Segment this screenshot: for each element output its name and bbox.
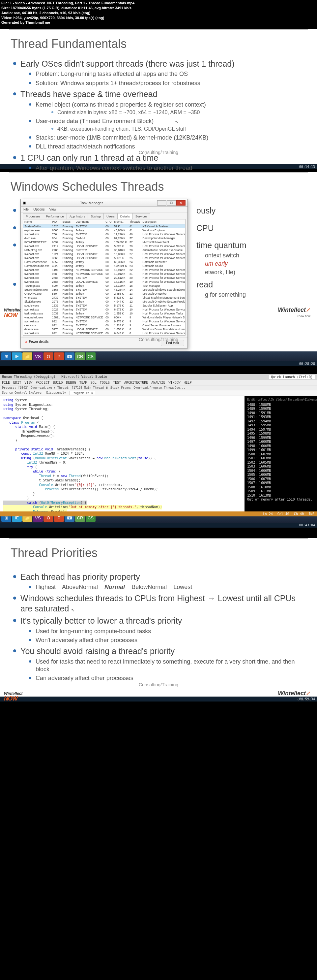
table-row[interactable]: CamtasiaStudio.exe4020RunningJeffrey0017…: [23, 264, 185, 268]
table-row[interactable]: SkyDrive.exe2976RunningJeffrey004,944 K1…: [23, 300, 185, 304]
taskbar-app-icon[interactable]: P: [54, 352, 64, 360]
tm-close-button[interactable]: ✕: [176, 200, 185, 205]
table-row[interactable]: svchost.exe992RunningNETWORK SERVICE006,…: [23, 331, 185, 335]
tm-grid-container[interactable]: NamePIDStatusUser nameCPUMemo...ThreadsD…: [23, 219, 185, 336]
table-row[interactable]: svchost.exe988RunningNETWORK SERVICE0010…: [23, 272, 185, 276]
taskbar-app-icon[interactable]: CS: [86, 352, 95, 360]
vs-menu-item[interactable]: SQL: [90, 381, 97, 384]
vs-menu-item[interactable]: DEBUG: [66, 381, 76, 384]
tm-minimize-button[interactable]: —: [157, 200, 166, 205]
tm-tab-apphistory[interactable]: App history: [67, 213, 88, 219]
tm-tab-startup[interactable]: Startup: [88, 213, 104, 219]
vs-document-tabs[interactable]: Source Control Explorer Disassembly Prog…: [0, 390, 317, 396]
tm-tab-details[interactable]: Details: [117, 213, 133, 219]
vs-tab-disasm[interactable]: Disassembly: [46, 391, 66, 395]
vs-console-output[interactable]: E:\Wintellect\CW Videos\Threading\01cHum…: [244, 396, 317, 511]
table-row[interactable]: vmms.exe2432RunningSYSTEM005,516 K12Virt…: [23, 296, 185, 300]
table-row[interactable]: svchost.exe1224RunningLOCAL SERVICE0013,…: [23, 252, 185, 256]
vs-menu-item[interactable]: TEST: [113, 381, 121, 384]
table-row[interactable]: svchost.exe2028RunningSYSTEM006,972 K10H…: [23, 307, 185, 312]
taskbar-app-icon[interactable]: VS: [33, 352, 43, 360]
table-row[interactable]: OneDrive.exe560RunningJeffrey002,456 K13…: [23, 292, 185, 296]
table-row[interactable]: svchost.exe756RunningSYSTEM0017,296 K40H…: [23, 232, 185, 236]
tm-tab-services[interactable]: Services: [133, 213, 150, 219]
visual-studio-window[interactable]: Human Threading (Debugging) - Microsoft …: [0, 374, 317, 513]
tm-maximize-button[interactable]: ☐: [167, 200, 176, 205]
table-row[interactable]: Taskmgr.exe6904RunningJeffrey0015,120 K1…: [23, 284, 185, 288]
tm-cell: Microsoft OneDrive System Provider Host: [141, 300, 185, 304]
windows-taskbar[interactable]: ⊞IE📁VSOP📧CRCS: [0, 352, 317, 361]
tm-column-header[interactable]: Status: [61, 220, 74, 224]
vs-status-item: Ln 24: [263, 512, 273, 516]
tm-menu-options[interactable]: Options: [33, 208, 44, 211]
tm-column-header[interactable]: Memo...: [113, 220, 128, 224]
tm-cell: 6668: [51, 228, 61, 232]
tm-tabs[interactable]: Processes Performance App history Startu…: [21, 213, 187, 219]
tm-column-header[interactable]: Threads: [128, 220, 141, 224]
vs-menu-item[interactable]: TEAM: [79, 381, 87, 384]
table-row[interactable]: taskhostex.exe2032RunningJeffrey001,552 …: [23, 312, 185, 315]
taskbar-app-icon[interactable]: 📁: [22, 352, 32, 360]
vs-menu-item[interactable]: ARCHITECTURE: [124, 381, 148, 384]
vs-menu-bar[interactable]: FILEEDITVIEWPROJECTBUILDDEBUGTEAMSQLTOOL…: [0, 380, 317, 385]
taskbar-app-icon[interactable]: ⊞: [1, 352, 11, 360]
vs-menu-item[interactable]: VIEW: [24, 381, 32, 384]
vs-menu-item[interactable]: WINDOW: [168, 381, 180, 384]
tm-cell: 6,972 K: [113, 307, 128, 312]
slide-windows-schedules-threads: Windows Schedules Threads pad pad pad pa…: [0, 172, 317, 352]
vs-menu-item[interactable]: HELP: [184, 381, 192, 384]
tm-tab-users[interactable]: Users: [103, 213, 117, 219]
vs-tab-sce[interactable]: Source Control Explorer: [2, 391, 43, 395]
table-row[interactable]: wmpnetwk.exe15821RunningNETWORK SERVICE0…: [23, 315, 185, 320]
tm-menu-bar[interactable]: File Options View: [21, 207, 187, 213]
tm-column-header[interactable]: Name: [23, 220, 51, 224]
table-row[interactable]: dwm.exe884RunningDWM-10087,280 K37Deskto…: [23, 236, 185, 240]
table-row[interactable]: spoolsv.exe1632RunningSYSTEM005,176 K11S…: [23, 304, 185, 307]
table-row[interactable]: svchost.exe2412RunningLOCAL SERVICE005,8…: [23, 244, 185, 248]
tm-tab-performance[interactable]: Performance: [43, 213, 67, 219]
vs-menu-item[interactable]: TOOLS: [100, 381, 110, 384]
tm-column-header[interactable]: PID: [51, 220, 61, 224]
table-row[interactable]: svchost.exe1196RunningNETWORK SERVICE001…: [23, 268, 185, 272]
table-row[interactable]: MsMpEng.exe2788RunningSYSTEM0038,840 K28…: [23, 248, 185, 252]
tm-titlebar[interactable]: ▣ Task Manager — ☐ ✕: [21, 199, 187, 207]
tm-tab-processes[interactable]: Processes: [23, 213, 43, 219]
task-manager-window[interactable]: ▣ Task Manager — ☐ ✕ File Options View P…: [21, 199, 188, 348]
table-row[interactable]: devenv.exe5170RunningLOCAL SERVICE001,65…: [23, 327, 185, 331]
taskbar-app-icon[interactable]: 📧: [65, 352, 74, 360]
vs-menu-item[interactable]: PROJECT: [36, 381, 49, 384]
tm-cell: 22: [128, 268, 141, 272]
table-row[interactable]: explorer.exe6668RunningJeffrey0045,800 K…: [23, 228, 185, 232]
tm-menu-view[interactable]: View: [49, 208, 57, 211]
table-row[interactable]: SystemSettin...1520RunningSYSTEM0052 K41…: [23, 224, 185, 229]
taskbar-app-icon[interactable]: CR: [75, 352, 85, 360]
table-row[interactable]: svchost.exe2388RunningLOCAL SERVICE0017,…: [23, 280, 185, 284]
tm-cell: Running: [61, 331, 74, 335]
table-row[interactable]: POWERPNT.EXE6332RunningJeffrey00155,096 …: [23, 240, 185, 244]
vs-code-editor[interactable]: using System; using System.Diagnostics; …: [0, 396, 244, 511]
table-row[interactable]: svchost.exe992RunningSYSTEM009,476 K9Hos…: [23, 320, 185, 323]
tm-cell: 3368: [51, 288, 61, 292]
tm-process-table[interactable]: NamePIDStatusUser nameCPUMemo...ThreadsD…: [23, 220, 185, 335]
table-row[interactable]: svchost.exe3660RunningLOCAL SERVICE005,1…: [23, 256, 185, 260]
taskbar-app-icon[interactable]: IE: [12, 352, 22, 360]
tm-fewer-details[interactable]: 🔺 Fewer details: [24, 340, 48, 346]
vs-debug-toolbar[interactable]: Process: [6892] Overhead.exe ▶ Thread: […: [0, 385, 317, 390]
vs-menu-item[interactable]: ANALYZE: [151, 381, 165, 384]
tm-column-header[interactable]: User name: [74, 220, 104, 224]
vs-menu-item[interactable]: BUILD: [53, 381, 63, 384]
vs-menu-item[interactable]: FILE: [2, 381, 10, 384]
taskbar-app-icon[interactable]: O: [43, 352, 53, 360]
vs-quick-launch[interactable]: Quick Launch (Ctrl+Q): [269, 375, 315, 379]
meta-generated: Generated by Thumbnail me: [1, 20, 316, 25]
vs-menu-item[interactable]: EDIT: [13, 381, 21, 384]
tm-column-header[interactable]: CPU: [104, 220, 113, 224]
table-row[interactable]: csrss.exe672RunningSYSTEM001,224 K9Clien…: [23, 323, 185, 327]
table-row[interactable]: SearchIndexer.exe3368RunningSYSTEM0046,2…: [23, 288, 185, 292]
tm-column-header[interactable]: Description: [141, 220, 185, 224]
table-row[interactable]: svchost.exe2788RunningSYSTEM0022,612 K20…: [23, 276, 185, 280]
table-row[interactable]: CamRecorder.exe6352RunningJeffrey0068,39…: [23, 260, 185, 264]
vs-tab-program[interactable]: Program.cs ×: [69, 391, 95, 395]
vs-titlebar[interactable]: Human Threading (Debugging) - Microsoft …: [0, 374, 317, 380]
tm-menu-file[interactable]: File: [24, 208, 29, 211]
